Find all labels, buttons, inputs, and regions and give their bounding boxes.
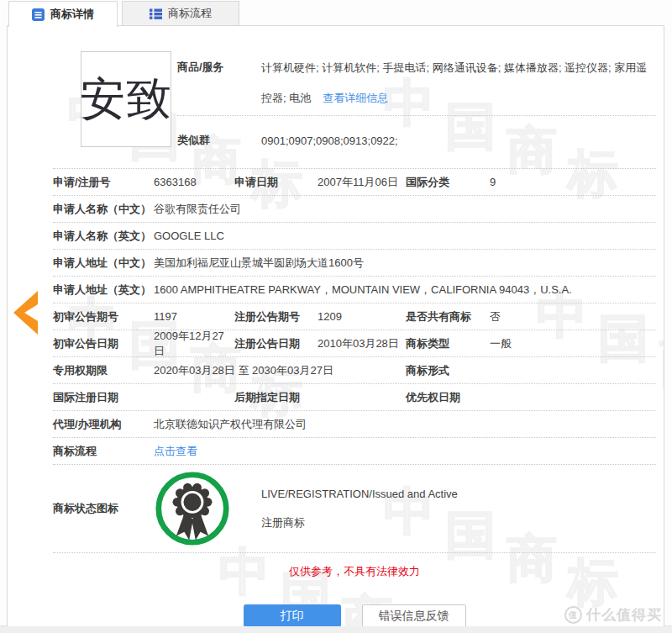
smzdm-logo-icon: 值 [564,606,582,624]
trademark-detail-card: 中国商标中国商标中国商标中国商标中国商标中国商标 安致 商品/服务 计算机硬件;… [7,25,664,626]
goods-services-row: 商品/服务 计算机硬件; 计算机软件; 手提电话; 网络通讯设备; 媒体播放器;… [177,51,656,113]
collapse-left-arrow-icon[interactable] [10,286,39,342]
field-label: 初审公告期号 [53,309,154,324]
tab-label: 商标详情 [50,7,94,22]
tab-label: 商标流程 [168,6,212,21]
similar-group-row: 类似群 0901;0907;0908;0913;0922; [177,121,656,160]
field-value: GOOGLE LLC [154,229,656,242]
field-label: 是否共有商标 [406,309,490,324]
table-row: 初审公告日期 2009年12月27日 注册公告日期 2010年03月28日 商标… [53,330,656,357]
view-details-link[interactable]: 查看详细信息 [323,92,388,104]
field-label: 初审公告日期 [53,336,154,351]
field-value: 北京联德知识产权代理有限公司 [154,417,656,432]
table-row: 申请人地址（中文） 美国加利福尼亚山景城半圆剧场大道1600号 [53,250,656,277]
table-row: 商标流程 点击查看 [53,438,656,465]
award-ribbon-icon [154,470,231,547]
similar-group-label: 类似群 [177,133,261,148]
document-icon [32,8,45,21]
table-row: 申请/注册号 6363168 申请日期 2007年11月06日 国际分类 9 [53,169,656,196]
field-value: 谷歌有限责任公司 [154,202,656,217]
field-label: 代理/办理机构 [53,417,154,432]
site-watermark: 值 什么值得买 [564,605,662,625]
tab-trademark-details[interactable]: 商标详情 [8,1,118,27]
status-line-en: LIVE/REGISTRATION/Issued and Active [261,488,458,500]
table-row: 申请人名称（英文） GOOGLE LLC [53,223,656,250]
tab-bar: 商标详情 商标流程 [0,0,672,25]
top-section: 安致 商品/服务 计算机硬件; 计算机软件; 手提电话; 网络通讯设备; 媒体播… [53,51,656,160]
field-label: 申请/注册号 [53,175,154,190]
table-row: 申请人名称（中文） 谷歌有限责任公司 [53,196,656,223]
field-label: 申请人地址（英文） [53,282,154,298]
field-value: 1600 AMPHITHEATRE PARKWAY，MOUNTAIN VIEW，… [154,282,656,298]
field-label: 国际注册日期 [53,390,154,405]
field-label: 申请日期 [234,175,318,190]
field-label: 申请人名称（英文） [53,229,154,244]
field-label: 注册公告日期 [234,336,318,351]
table-row: 申请人地址（英文） 1600 AMPHITHEATRE PARKWAY，MOUN… [53,277,656,303]
field-label: 商标流程 [53,444,154,459]
goods-services-label: 商品/服务 [177,51,261,113]
table-row: 初审公告期号 1197 注册公告期号 1209 是否共有商标 否 [53,303,656,330]
field-label: 申请人地址（中文） [53,256,154,271]
field-value: 2007年11月06日 [318,175,406,190]
field-value: 美国加利福尼亚山景城半圆剧场大道1600号 [154,256,656,271]
field-value: 否 [490,309,656,324]
tab-trademark-process[interactable]: 商标流程 [122,1,239,25]
trademark-status-row: 商标状态图标 [53,465,656,553]
field-label: 注册公告期号 [234,309,318,324]
status-line-cn: 注册商标 [261,515,458,530]
footer-strip [0,625,672,633]
field-value: 6363168 [154,176,234,188]
field-value: 2020年03月28日 至 2030年03月27日 [154,363,406,378]
field-label: 优先权日期 [406,390,490,405]
field-label: 商标类型 [406,336,490,351]
field-label: 申请人名称（中文） [53,202,154,217]
site-watermark-text: 什么值得买 [586,605,662,625]
field-value: 2009年12月27日 [154,329,234,359]
goods-services-value: 计算机硬件; 计算机软件; 手提电话; 网络通讯设备; 媒体播放器; 遥控仪器;… [261,51,656,113]
print-button[interactable]: 打印 [244,604,341,626]
field-value: 1209 [318,310,406,323]
field-value: 9 [490,176,656,188]
similar-group-value: 0901;0907;0908;0913;0922; [261,135,656,147]
table-row: 专用权期限 2020年03月28日 至 2030年03月27日 商标形式 [53,357,656,384]
field-label: 专用权期限 [53,363,154,378]
disclaimer-text: 仅供参考，不具有法律效力 [53,564,656,579]
trademark-text: 安致 [81,69,171,130]
divider [177,115,656,116]
field-label: 国际分类 [406,175,490,190]
list-icon [150,8,162,20]
field-value: 1197 [154,310,234,323]
field-value: 一般 [490,336,656,351]
field-value: 2010年03月28日 [318,336,406,351]
table-row: 国际注册日期 后期指定日期 优先权日期 [53,384,656,411]
trademark-image: 安致 [81,51,171,147]
process-view-link[interactable]: 点击查看 [154,445,197,457]
status-label: 商标状态图标 [53,501,154,516]
table-row: 代理/办理机构 北京联德知识产权代理有限公司 [53,411,656,438]
field-label: 后期指定日期 [234,390,318,405]
field-label: 商标形式 [406,363,490,378]
error-feedback-button[interactable]: 错误信息反馈 [362,604,466,626]
